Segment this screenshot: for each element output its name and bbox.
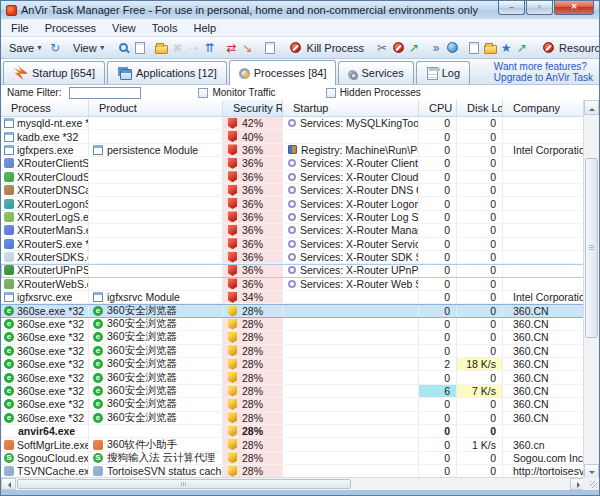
- menu-item-processes[interactable]: Processes: [37, 20, 104, 36]
- upgrade-link[interactable]: Want more features? Upgrade to AnVir Tas…: [494, 61, 593, 83]
- monitor-traffic-checkbox[interactable]: [198, 88, 208, 98]
- table-row[interactable]: XRouterManS.e...36%Services: X-Router Ma…: [1, 224, 599, 237]
- jump-icon[interactable]: ➝: [186, 40, 202, 56]
- go-icon[interactable]: ↗: [514, 40, 530, 56]
- table-row[interactable]: kadb.exe *3240%00: [1, 130, 599, 143]
- expand-all-icon[interactable]: ⇈: [202, 40, 218, 56]
- risk-value: 36%: [242, 278, 263, 290]
- table-row[interactable]: mysqld-nt.exe *3242%Services: MySQLKingT…: [1, 117, 599, 130]
- kill-process-button-icon: [288, 40, 304, 56]
- details-icon[interactable]: [132, 40, 148, 56]
- tools-star-icon[interactable]: ★: [498, 40, 514, 56]
- cell-product: [89, 264, 223, 276]
- cell-startup: [283, 465, 419, 477]
- horizontal-scrollbar[interactable]: [1, 477, 585, 490]
- copy-icon[interactable]: [466, 40, 482, 56]
- table-row[interactable]: XRouterSDKS.ex...36%Services: X-Router S…: [1, 251, 599, 264]
- maximize-button[interactable]: ▫: [526, 1, 553, 15]
- cell-product: e360安全浏览器: [89, 371, 223, 383]
- tab-applications[interactable]: Applications [12]: [107, 61, 227, 84]
- table-row[interactable]: XRouterWebS.e...36%Services: X-Router We…: [1, 278, 599, 291]
- kill-process-button[interactable]: Kill Process: [284, 38, 368, 58]
- table-row[interactable]: e360se.exe *32e360安全浏览器28%00360.CN: [1, 371, 599, 384]
- table-row[interactable]: XRouterClientS....36%Services: X-Router …: [1, 157, 599, 170]
- tab-strip: Startup [654]Applications [12]Processes …: [1, 59, 599, 85]
- save-button[interactable]: Save▼: [5, 40, 47, 56]
- table-row[interactable]: anvir64.exe28%00: [1, 425, 599, 438]
- table-row[interactable]: e360se.exe *32e360安全浏览器28%00360.CN: [1, 345, 599, 358]
- browser-360-icon: e: [93, 306, 103, 316]
- new-file-icon[interactable]: [262, 40, 278, 56]
- globe-icon[interactable]: [444, 40, 460, 56]
- column-header-product[interactable]: Product: [89, 100, 223, 116]
- column-header-security-risk[interactable]: Security Risk: [223, 100, 283, 116]
- minimize-button[interactable]: –: [498, 1, 525, 15]
- resize-grip[interactable]: [583, 477, 599, 490]
- vertical-scrollbar[interactable]: [583, 100, 599, 479]
- cell-security-risk: 28%: [223, 452, 283, 464]
- process-name: anvir64.exe: [4, 425, 75, 437]
- menu-item-help[interactable]: Help: [185, 20, 224, 36]
- table-row[interactable]: e360se.exe *32e360安全浏览器28%00360.CN: [1, 398, 599, 411]
- table-row[interactable]: igfxpers.exepersistence Module36%Registr…: [1, 144, 599, 157]
- run-icon[interactable]: »: [428, 40, 444, 56]
- cell-process: e360se.exe *32: [1, 398, 89, 410]
- tab-log[interactable]: Log: [416, 61, 470, 84]
- target-arrow-icon[interactable]: ↘: [240, 40, 256, 56]
- tab-startup[interactable]: Startup [654]: [3, 61, 105, 84]
- table-row[interactable]: e360se.exe *32e360安全浏览器28%218 K/s360.CN: [1, 358, 599, 371]
- table-row[interactable]: e360se.exe *32e360安全浏览器28%00360.CN: [1, 331, 599, 344]
- column-header-process[interactable]: Process: [1, 100, 89, 116]
- table-row[interactable]: XRouterUPnPS.e...36%Services: X-Router U…: [1, 264, 599, 277]
- table-row[interactable]: XRouterDNSCac...36%Services: X-Router DN…: [1, 184, 599, 197]
- product-name: 360安全浏览器: [107, 371, 177, 383]
- column-header-startup[interactable]: Startup: [283, 100, 419, 116]
- hidden-processes-checkbox[interactable]: [326, 88, 336, 98]
- open-folder-icon[interactable]: [154, 40, 170, 56]
- swap-process-icon[interactable]: ⇄: [224, 40, 240, 56]
- tab-services[interactable]: Services: [338, 61, 413, 84]
- shield-icon: [228, 359, 237, 370]
- export-icon[interactable]: ↗: [406, 40, 422, 56]
- process-name: 360se.exe *32: [17, 372, 84, 384]
- scroll-left-icon[interactable]: [1, 478, 16, 490]
- menu-item-file[interactable]: File: [3, 20, 37, 36]
- table-row[interactable]: e360se.exe *32e360安全浏览器28%00360.CN: [1, 304, 599, 317]
- block-icon[interactable]: [390, 40, 406, 56]
- menu-item-tools[interactable]: Tools: [144, 20, 186, 36]
- tab-processes[interactable]: Processes [84]: [229, 60, 337, 85]
- table-row[interactable]: XRouterLogonS....36%Services: X-Router L…: [1, 197, 599, 210]
- column-header-disk-load[interactable]: Disk Load: [457, 100, 503, 116]
- view-button[interactable]: View▼: [69, 40, 110, 56]
- table-row[interactable]: SoftMgrLite.exe ...360软件小助手28%01 K/s360.…: [1, 438, 599, 451]
- horizontal-scroll-thumb[interactable]: [17, 479, 351, 489]
- delete-icon[interactable]: ✖: [170, 40, 186, 56]
- router-log-icon: [4, 212, 14, 222]
- resource-monitor-button[interactable]: Resource Monitor: [536, 38, 599, 58]
- column-header-cpu-[interactable]: CPU ...: [419, 100, 457, 116]
- search-icon[interactable]: [116, 40, 132, 56]
- product-name: 360安全浏览器: [107, 331, 177, 343]
- cell-disk-load: 0: [457, 144, 503, 156]
- cut-icon[interactable]: ✂: [374, 40, 390, 56]
- close-button[interactable]: ✕: [554, 1, 594, 15]
- shield-icon: [228, 211, 237, 222]
- folder-icon[interactable]: [482, 40, 498, 56]
- vertical-scroll-thumb[interactable]: [585, 158, 598, 338]
- table-row[interactable]: e360se.exe *32e360安全浏览器28%67 K/s360.CN: [1, 385, 599, 398]
- table-row[interactable]: SSogouCloud.exe...S搜狗输入法 云计算代理28%00Sogou…: [1, 452, 599, 465]
- name-filter-input[interactable]: [69, 87, 141, 99]
- menu-item-view[interactable]: View: [104, 20, 144, 36]
- table-row[interactable]: XRouterS.exe *3236%Services: X-Router Se…: [1, 238, 599, 251]
- refresh-icon[interactable]: ↻: [47, 40, 63, 56]
- table-row[interactable]: e360se.exe *32e360安全浏览器28%00360.CN: [1, 412, 599, 425]
- table-row[interactable]: e360se.exe *32e360安全浏览器28%00360.CN: [1, 318, 599, 331]
- cell-startup: [283, 331, 419, 343]
- router-main-icon: [4, 239, 14, 249]
- process-name: SoftMgrLite.exe ...: [17, 439, 89, 451]
- scroll-up-icon[interactable]: [584, 100, 599, 115]
- table-row[interactable]: igfxsrvc.exeigfxsrvc Module34%00Intel Co…: [1, 291, 599, 304]
- table-row[interactable]: XRouterLogS.ex...36%Services: X-Router L…: [1, 211, 599, 224]
- title-bar[interactable]: AnVir Task Manager Free - For use in per…: [1, 1, 599, 19]
- table-row[interactable]: XRouterCloudS....36%Services: X-Router C…: [1, 171, 599, 184]
